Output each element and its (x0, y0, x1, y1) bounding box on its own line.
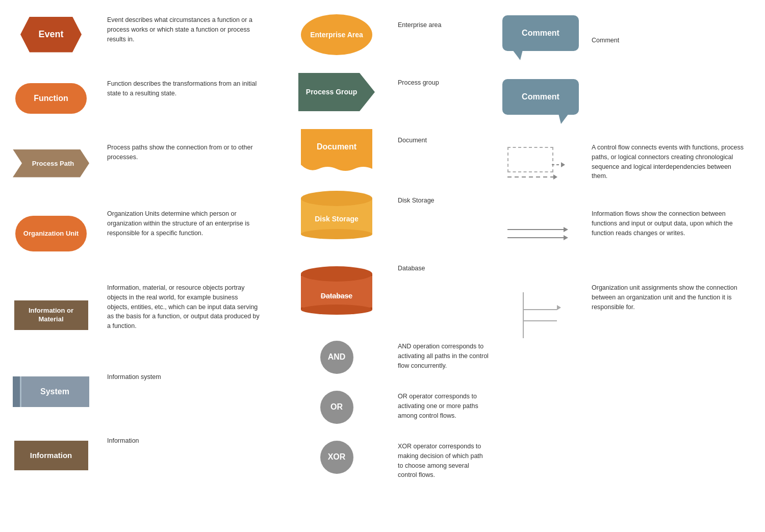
and-label: AND (328, 352, 346, 362)
control-flow-desc-cell: A control flow connects events with func… (592, 138, 760, 189)
db-cylinder-top (301, 266, 372, 282)
xor-description: XOR operator corresponds to making decis… (398, 442, 490, 480)
function-description: Function describes the transformations f… (107, 79, 260, 98)
process-path-shape-cell: Process Path (0, 138, 102, 189)
or-operator-shape: OR (320, 391, 353, 424)
info-material-desc-cell: Information, material, or resource objec… (107, 278, 275, 352)
enterprise-area-shape: Enterprise Area (301, 14, 372, 55)
org-unit-description: Organization Units determine which perso… (107, 209, 260, 238)
org-assign-desc-cell: Organization unit assignments show the c… (592, 278, 760, 352)
xor-operator-shape: XOR (320, 441, 353, 474)
disk-storage-cell: Disk Storage (280, 186, 393, 244)
event-shape: Event (20, 17, 82, 53)
comment2-cell: Comment (495, 74, 586, 122)
org-unit-label: Organization Unit (21, 227, 81, 240)
and-description: AND operation corresponds to activating … (398, 342, 490, 370)
comment1-cell: Comment (495, 10, 586, 59)
info-flow-arrow2 (507, 235, 574, 240)
comment2-shape: Comment (502, 79, 579, 115)
document-desc-cell: Document (398, 125, 490, 176)
comment1-label: Comment (522, 29, 559, 38)
info-material-label: Information or Material (14, 304, 88, 326)
org-unit-shape-cell: Organization Unit (0, 204, 102, 263)
process-group-description: Process group (398, 78, 439, 88)
disk-storage-description: Disk Storage (398, 196, 435, 206)
info-flow-shape-cell (495, 204, 586, 263)
and-operator-shape: AND (320, 341, 353, 374)
database-description: Database (398, 264, 425, 273)
process-path-label: Process Path (28, 160, 74, 167)
document-cell: Document (280, 125, 393, 176)
enterprise-area-cell: Enterprise Area (280, 10, 393, 59)
org-assign-cell (495, 278, 586, 352)
database-shape: Database (301, 266, 372, 315)
org-assign-bottom (513, 320, 569, 338)
control-flow-shape-cell (495, 138, 586, 189)
control-flow-inner-arrow (552, 162, 565, 167)
disk-storage-shape: Disk Storage (301, 191, 372, 239)
org-unit-shape: Organization Unit (15, 216, 87, 251)
process-path-desc-cell: Process paths show the connection from o… (107, 138, 275, 189)
or-op-cell: OR (280, 387, 393, 427)
event-shape-cell: Event (0, 10, 102, 59)
comment1-desc-cell: Comment (592, 10, 760, 59)
disk-storage-label: Disk Storage (315, 215, 359, 223)
system-shape-cell: System (0, 367, 102, 416)
comment2-label: Comment (522, 92, 559, 102)
or-description: OR operator corresponds to activating on… (398, 392, 490, 420)
process-path-description: Process paths show the connection from o… (107, 143, 260, 162)
or-desc-cell: OR operator corresponds to activating on… (398, 387, 490, 427)
disk-storage-desc-cell: Disk Storage (398, 186, 490, 244)
system-label: System (33, 387, 69, 396)
cylinder-bottom (301, 229, 372, 239)
info-material-shape: Information or Material (14, 300, 88, 330)
event-description: Event describes what circumstances a fun… (107, 15, 260, 44)
database-cell: Database (280, 254, 393, 327)
enterprise-area-label: Enterprise Area (305, 26, 368, 44)
document-description: Document (398, 136, 427, 145)
xor-label: XOR (328, 452, 346, 462)
process-group-desc-cell: Process group (398, 68, 490, 116)
information-shape: Information (14, 441, 88, 470)
document-shape-wrapper: Document (301, 129, 372, 173)
process-group-label: Process Group (303, 85, 362, 99)
information-description: Information (107, 436, 139, 446)
comment1-shape: Comment (502, 15, 579, 51)
xor-op-cell: XOR (280, 437, 393, 477)
org-assign-top (513, 292, 569, 310)
database-desc-cell: Database (398, 254, 490, 327)
process-group-shape: Process Group (298, 73, 375, 111)
info-flow-description: Information flows show the connection be… (592, 209, 745, 238)
org-unit-desc-cell: Organization Units determine which perso… (107, 204, 275, 263)
control-flow-box (507, 147, 553, 172)
function-label: Function (34, 94, 68, 103)
info-material-shape-cell: Information or Material (0, 278, 102, 352)
document-label: Document (317, 142, 356, 151)
comment2-desc-spacer (592, 74, 760, 122)
control-flow-description: A control flow connects events with func… (592, 143, 745, 181)
and-desc-cell: AND operation corresponds to activating … (398, 337, 490, 377)
event-desc-cell: Event describes what circumstances a fun… (107, 10, 275, 59)
function-shape: Function (15, 83, 87, 114)
org-assign-shape (513, 292, 569, 338)
process-group-cell: Process Group (280, 68, 393, 116)
or-label: OR (330, 402, 343, 412)
control-flow-bottom-arrow (507, 174, 557, 180)
org-assign-vert (523, 310, 524, 320)
org-assign-description: Organization unit assignments show the c… (592, 283, 745, 312)
info-flow-desc-cell: Information flows show the connection be… (592, 204, 760, 263)
control-flow-shape (507, 147, 574, 180)
function-desc-cell: Function describes the transformations f… (107, 74, 275, 122)
information-shape-cell: Information (0, 431, 102, 479)
system-shape: System (13, 376, 89, 407)
information-desc-cell: Information (107, 431, 275, 479)
info-flow-arrow1 (507, 227, 574, 232)
system-description: Information system (107, 372, 161, 382)
function-shape-cell: Function (0, 74, 102, 122)
database-label: Database (321, 292, 352, 300)
info-material-description: Information, material, or resource objec… (107, 283, 260, 331)
db-cylinder-bottom (301, 305, 372, 315)
event-label: Event (38, 29, 63, 40)
comment1-description: Comment (592, 36, 619, 45)
and-op-cell: AND (280, 337, 393, 377)
